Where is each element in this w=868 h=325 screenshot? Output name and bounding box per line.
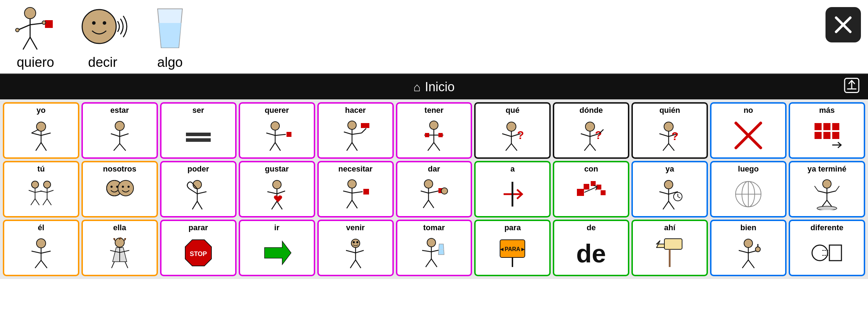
cell-bien[interactable]: bien xyxy=(710,220,787,276)
svg-point-185 xyxy=(427,238,436,247)
svg-line-44 xyxy=(362,128,366,133)
svg-point-184 xyxy=(356,241,358,243)
ya-termine-pic xyxy=(792,174,862,214)
cell-dar[interactable]: dar xyxy=(396,161,472,217)
cell-querer[interactable]: querer xyxy=(239,102,315,159)
ahi-pic xyxy=(634,233,705,273)
cell-ya-termine[interactable]: ya terminé xyxy=(789,161,865,217)
svg-rect-80 xyxy=(815,123,822,130)
svg-line-29 xyxy=(114,144,120,151)
share-button[interactable] xyxy=(844,78,860,97)
svg-line-20 xyxy=(32,133,41,135)
cell-no[interactable]: no xyxy=(710,102,787,159)
cell-luego[interactable]: luego xyxy=(710,161,787,217)
cell-a[interactable]: a xyxy=(474,161,551,217)
svg-point-106 xyxy=(193,180,202,189)
svg-text:STOP: STOP xyxy=(189,250,207,257)
sentence-item-algo[interactable]: algo xyxy=(142,4,198,70)
cell-yo[interactable]: yo xyxy=(3,102,79,159)
nav-bar: ⌂ Inicio xyxy=(0,75,868,99)
svg-line-115 xyxy=(272,201,277,209)
svg-rect-135 xyxy=(584,184,589,190)
algo-pic xyxy=(142,4,198,53)
svg-line-127 xyxy=(429,191,438,193)
algo-label: algo xyxy=(157,55,183,70)
svg-rect-136 xyxy=(591,181,596,186)
svg-line-30 xyxy=(120,144,126,151)
svg-line-189 xyxy=(426,259,431,267)
svg-rect-121 xyxy=(363,189,369,195)
cell-tener[interactable]: tener xyxy=(396,102,472,159)
cell-ella[interactable]: ella xyxy=(81,220,158,276)
cell-quien[interactable]: quién ? xyxy=(631,102,708,159)
svg-line-116 xyxy=(277,201,282,209)
hacer-pic xyxy=(320,116,391,155)
cell-venir[interactable]: venir xyxy=(317,220,394,276)
gustar-pic xyxy=(242,174,312,214)
cell-para[interactable]: para ◄PARA► xyxy=(474,220,551,276)
svg-line-109 xyxy=(192,201,197,209)
cell-donde[interactable]: dónde ? xyxy=(553,102,629,159)
ya-pic xyxy=(634,174,705,214)
svg-point-124 xyxy=(424,180,433,188)
cell-poder[interactable]: poder xyxy=(160,161,237,217)
svg-point-10 xyxy=(92,21,96,25)
svg-rect-37 xyxy=(287,132,291,137)
svg-line-35 xyxy=(266,133,275,135)
cell-estar[interactable]: estar xyxy=(81,102,158,159)
cell-con[interactable]: con xyxy=(553,161,629,217)
svg-marker-176 xyxy=(265,241,291,265)
cell-diferente[interactable]: diferente xyxy=(789,220,865,276)
svg-line-58 xyxy=(502,134,511,137)
cell-ahi[interactable]: ahí xyxy=(631,220,708,276)
svg-line-148 xyxy=(678,197,680,198)
svg-line-142 xyxy=(659,192,669,194)
cell-tu[interactable]: tú xyxy=(3,161,79,217)
svg-line-76 xyxy=(669,144,674,151)
svg-point-11 xyxy=(103,21,106,25)
cell-mas[interactable]: más xyxy=(789,102,865,159)
svg-line-53 xyxy=(434,143,440,151)
svg-point-199 xyxy=(744,239,753,248)
cell-gustar[interactable]: gustar xyxy=(239,161,315,217)
svg-line-190 xyxy=(431,259,437,267)
sentence-item-quiero[interactable]: quiero xyxy=(7,4,64,70)
svg-line-201 xyxy=(739,250,748,253)
svg-point-25 xyxy=(115,121,124,130)
svg-line-144 xyxy=(663,201,669,209)
svg-line-39 xyxy=(275,143,280,151)
close-button[interactable] xyxy=(826,7,861,42)
cell-tomar[interactable]: tomar xyxy=(396,220,472,276)
svg-line-113 xyxy=(267,192,277,194)
svg-point-33 xyxy=(271,122,279,130)
svg-point-104 xyxy=(122,186,124,188)
svg-line-167 xyxy=(41,260,47,268)
tomar-pic xyxy=(399,233,470,273)
cell-necesitar[interactable]: necesitar xyxy=(317,161,394,217)
svg-point-0 xyxy=(24,7,36,19)
de-pic: de xyxy=(556,233,626,273)
cell-ser[interactable]: ser xyxy=(160,102,237,159)
sentence-item-decir[interactable]: decir xyxy=(74,4,131,70)
no-pic xyxy=(713,116,784,155)
svg-point-207 xyxy=(812,245,828,261)
svg-line-110 xyxy=(197,201,202,209)
cell-hacer[interactable]: hacer xyxy=(317,102,394,159)
cell-parar[interactable]: parar STOP xyxy=(160,220,237,276)
cell-de[interactable]: de de xyxy=(553,220,629,276)
svg-point-8 xyxy=(16,28,19,32)
svg-line-166 xyxy=(35,260,41,268)
svg-line-47 xyxy=(352,143,357,151)
cell-el[interactable]: él xyxy=(3,220,79,276)
svg-line-27 xyxy=(111,134,120,137)
cell-ir[interactable]: ir xyxy=(239,220,315,276)
decir-pic xyxy=(74,4,131,53)
svg-rect-81 xyxy=(823,123,830,130)
svg-marker-197 xyxy=(657,240,664,248)
querer-pic xyxy=(242,116,312,155)
cell-ya[interactable]: ya xyxy=(631,161,708,217)
cell-nosotros[interactable]: nosotros xyxy=(81,161,158,217)
yo-pic xyxy=(6,116,76,155)
cell-que[interactable]: qué ? xyxy=(474,102,551,159)
dar-pic xyxy=(399,174,470,214)
